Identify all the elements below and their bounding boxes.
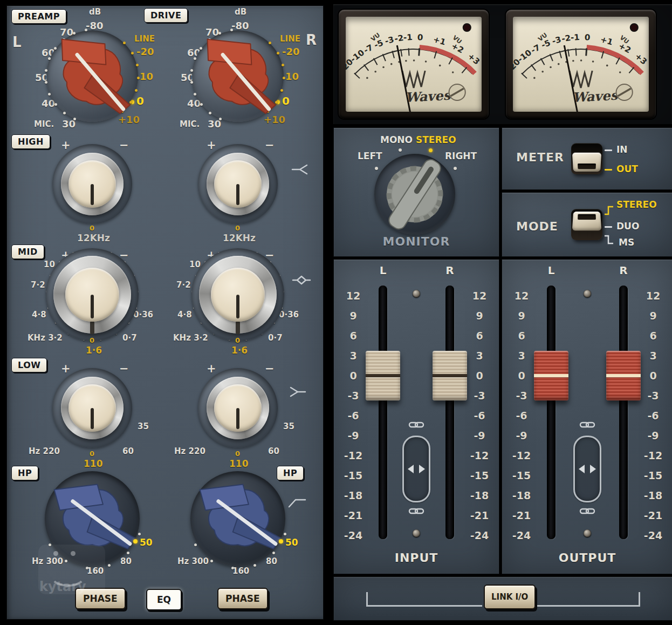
vu-meter-right: -20-10-7-5-3-2-10+1+2+3VUVUWaves: [506, 10, 656, 119]
svg-text:Waves: Waves: [572, 87, 619, 105]
preamp-gain-knob[interactable]: [184, 22, 292, 130]
monitor-knob[interactable]: [372, 151, 458, 237]
channel-strip-panel: PREAMP DRIVE HIGH MID LOW HP HP L dB -80…: [6, 5, 324, 620]
output-balance-control[interactable]: [573, 436, 601, 502]
low-gain-knob[interactable]: [198, 368, 278, 448]
mode-rocker-switch[interactable]: [571, 209, 602, 240]
svg-text:0: 0: [584, 32, 591, 43]
meter-option-out[interactable]: OUT: [616, 164, 638, 174]
db-label: dB: [89, 7, 101, 17]
low-minus-label: −: [265, 362, 275, 375]
input-link-top-icon[interactable]: [408, 420, 424, 431]
mode-option-duo[interactable]: DUO: [616, 221, 639, 232]
input-scale-right: 129630-3-6-9-12-15-18-21-24: [468, 291, 491, 540]
balance-left-arrow-icon: [579, 465, 585, 473]
output-fader-track-left[interactable]: [547, 286, 556, 539]
link-io-strip: LINK I/O: [333, 576, 672, 621]
phase-button-right[interactable]: PHASE: [217, 588, 268, 609]
bell-icon: [292, 274, 311, 287]
mid-scale-036: 0·36: [133, 310, 153, 320]
low-knob-pointer: [236, 408, 239, 429]
mode-option-ms[interactable]: MS: [619, 237, 634, 248]
balance-right-arrow-icon: [590, 465, 596, 473]
high-gain-knob[interactable]: [52, 144, 132, 224]
output-fader-panel: L R 129630-3-6-9-12-15-18-21-24 129630-3…: [502, 259, 672, 574]
plugin-window: PREAMP DRIVE HIGH MID LOW HP HP L dB -80…: [0, 0, 672, 625]
channel-right: R dB -80 70 60 50 40 30 MIC. LINE -20 10…: [153, 6, 320, 619]
meter-option-in[interactable]: IN: [616, 144, 628, 155]
mid-value: 0: [235, 336, 240, 344]
output-led-top: [584, 290, 591, 297]
input-fader-right[interactable]: [433, 351, 467, 400]
high-shelf-icon: [291, 162, 310, 176]
mid-scale-48: 4·8: [32, 310, 46, 320]
output-scale-right: 129630-3-6-9-12-15-18-21-24: [641, 291, 665, 540]
input-fader-track-left[interactable]: [379, 286, 387, 539]
vu-face: -20-10-7-5-3-2-10+1+2+3VUVUWaves: [346, 17, 482, 112]
svg-text:-1: -1: [403, 32, 413, 43]
high-knob-pointer: [91, 184, 94, 205]
high-plus-label: +: [207, 139, 216, 152]
output-right-label: R: [615, 264, 632, 277]
preamp-gain-knob[interactable]: [38, 22, 146, 130]
high-minus-label: −: [265, 139, 275, 152]
meter-rocker-switch[interactable]: [571, 143, 602, 174]
output-link-top-icon[interactable]: [579, 420, 595, 431]
input-fader-left[interactable]: [366, 351, 400, 400]
low-gain-knob[interactable]: [52, 368, 132, 448]
meter-rocker-cap: [572, 153, 601, 172]
mid-scale-07: 0·7: [122, 333, 137, 343]
mid-knob[interactable]: [191, 248, 284, 341]
output-link-bottom-icon[interactable]: [579, 507, 595, 518]
link-io-button[interactable]: LINK I/O: [484, 585, 536, 609]
mode-ms-step-icon: [604, 234, 614, 248]
low-scale-35: 35: [283, 422, 294, 431]
high-gain-knob[interactable]: [198, 144, 278, 224]
input-link-bottom-icon[interactable]: [408, 507, 424, 518]
mode-switch-panel: MODE STEREO DUO MS: [502, 192, 672, 257]
high-knob-pointer: [236, 184, 239, 205]
input-led-bottom: [413, 529, 420, 537]
low-scale-60: 60: [122, 446, 134, 456]
link-bracket-right: [524, 592, 640, 607]
low-shelf-icon: [287, 385, 307, 399]
monitor-title: MONITOR: [334, 235, 499, 248]
eq-button[interactable]: EQ: [146, 589, 182, 610]
svg-text:+1: +1: [432, 35, 447, 47]
mode-option-stereo[interactable]: STEREO: [616, 199, 657, 210]
meter-out-tick: [605, 169, 612, 171]
mid-scale-07: 0·7: [268, 333, 283, 343]
input-left-label: L: [375, 264, 391, 277]
input-balance-control[interactable]: [402, 436, 430, 502]
watermark-text: kytary: [39, 579, 86, 594]
svg-text:Waves: Waves: [405, 87, 452, 105]
low-scale-35: 35: [138, 422, 149, 431]
monitor-option-mono[interactable]: MONO: [380, 134, 413, 145]
low-plus-label: +: [207, 362, 216, 375]
input-fader-track-right[interactable]: [445, 286, 454, 539]
mid-knob-pointer: [236, 295, 239, 318]
output-fader-right[interactable]: [606, 351, 641, 400]
high-plus-label: +: [61, 139, 71, 152]
input-right-label: R: [442, 264, 458, 277]
output-fader-track-right[interactable]: [619, 286, 628, 539]
mode-title: MODE: [516, 220, 558, 233]
vu-meter-strip: -20-10-7-5-3-2-10+1+2+3VUVUWaves -20-10-…: [333, 4, 672, 124]
high-knob-cap: [68, 160, 116, 208]
mid-knob[interactable]: [46, 248, 139, 341]
hp-freq-value: 50: [140, 537, 153, 548]
low-knob-cap: [68, 384, 116, 432]
output-fader-left[interactable]: [534, 351, 568, 400]
input-led-top: [413, 290, 420, 297]
channel-left: L dB -80 70 60 50 40 30 MIC. LINE -20 10…: [7, 6, 174, 619]
mid-scale-72: 7·2: [31, 280, 45, 290]
high-value: 0: [90, 224, 94, 232]
meter-rocker-slot: [578, 164, 596, 169]
mid-freq-pointer: [90, 321, 94, 334]
mid-scale-036: 0·36: [279, 310, 299, 320]
svg-text:-3: -3: [384, 35, 395, 46]
mid-value: 0: [90, 336, 94, 344]
monitor-option-stereo[interactable]: STEREO: [416, 134, 456, 145]
low-scale-220: Hz 220: [174, 446, 205, 456]
low-scale-60: 60: [268, 446, 279, 456]
